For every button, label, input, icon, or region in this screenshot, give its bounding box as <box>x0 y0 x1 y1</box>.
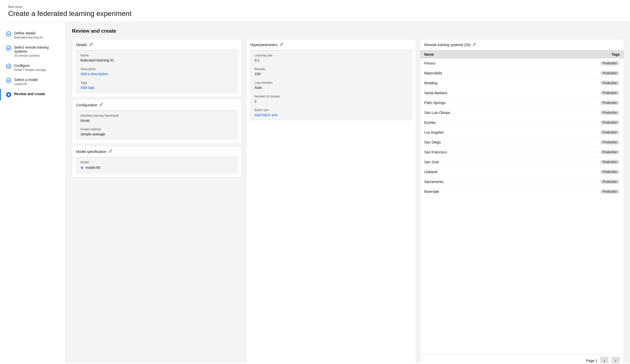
name-value: federated learning 01 <box>81 58 233 62</box>
system-tag: Production <box>600 110 620 115</box>
hyperparameters-section: Hyperparameters Learning rate 0.1 Rounds <box>246 39 416 363</box>
remote-systems-edit-icon[interactable] <box>473 42 477 47</box>
system-tag: Production <box>600 61 620 66</box>
sidebar-label-select-model: Select a model <box>14 78 38 82</box>
system-name: Fresno <box>424 61 600 65</box>
framework-value: Keras <box>81 118 233 123</box>
systems-table-header: Name Tags <box>420 50 624 58</box>
main-layout: Define details federated learning 01 Sel… <box>0 22 630 363</box>
table-row: Oakland Production <box>420 167 624 177</box>
name-label: Name <box>81 54 233 57</box>
system-name: Sacramento <box>424 180 600 184</box>
new-asset-label: New asset <box>8 5 622 9</box>
sidebar-sublabel-select-model: model.h5 <box>14 82 38 86</box>
system-tag: Production <box>600 71 620 75</box>
rounds-label: Rounds <box>254 67 407 71</box>
fusion-label: Fusion method <box>81 128 233 131</box>
step-completed-icon-3 <box>6 64 11 69</box>
system-name: Riverside <box>424 190 600 194</box>
system-tag: Production <box>600 91 620 95</box>
description-label: Description <box>81 67 233 71</box>
description-field: Description Add a description <box>81 67 233 76</box>
system-tag: Production <box>600 100 620 105</box>
hyperparameters-edit-icon[interactable] <box>280 42 284 47</box>
table-row: Los Angeles Production <box>420 128 624 137</box>
table-row: San Luis Obispo Production <box>420 108 624 118</box>
rounds-value: 100 <box>254 72 407 76</box>
table-row: Redding Production <box>420 78 624 88</box>
system-tag: Production <box>600 130 620 135</box>
col-name-header: Name <box>424 52 612 56</box>
tags-field: Tags Add tags <box>81 81 233 90</box>
table-row: San Diego Production <box>420 137 624 147</box>
batch-field: Batch size Add batch size <box>254 108 407 117</box>
table-row: San Jose Production <box>420 157 624 167</box>
system-name: Bakersfield <box>424 71 600 75</box>
sidebar-label-configure: Configure <box>14 64 46 68</box>
configuration-header: Configuration <box>72 99 242 111</box>
framework-label: Machine learning framework <box>81 114 233 117</box>
model-label: Model <box>81 160 233 164</box>
model-spec-section: Model specification Model ◆ mod <box>72 146 242 177</box>
sidebar-item-select-remote[interactable]: Select remote training systems 20 remote… <box>0 42 66 60</box>
main-content: Review and create Details <box>66 22 630 363</box>
remote-systems-section: Remote training systems (20) Name Tags F… <box>420 39 624 363</box>
left-column: Details Name federated learning 01 <box>72 39 242 363</box>
system-tag: Production <box>600 150 620 154</box>
table-row: Riverside Production <box>420 187 624 197</box>
sidebar-item-review-create[interactable]: Review and create <box>0 89 66 100</box>
system-name: San Luis Obispo <box>424 111 600 115</box>
pagination-next-button[interactable]: › <box>612 357 620 363</box>
system-tag: Production <box>600 160 620 164</box>
loss-field: Loss function Auto <box>254 81 407 90</box>
sidebar-item-configure[interactable]: Configure Keras • Simple average <box>0 60 66 75</box>
table-row: Sacramento Production <box>420 177 624 187</box>
add-description-link[interactable]: Add a description <box>81 72 108 76</box>
classes-label: Number of classes <box>254 95 407 98</box>
remote-systems-header: Remote training systems (20) <box>420 39 624 50</box>
table-row: Palm Springs Production <box>420 98 624 108</box>
add-batch-size-link[interactable]: Add batch size <box>254 113 278 117</box>
sidebar-item-define-details[interactable]: Define details federated learning 01 <box>0 28 66 42</box>
sidebar-item-select-model[interactable]: Select a model model.h5 <box>0 75 66 89</box>
system-tag: Production <box>600 140 620 145</box>
configuration-edit-icon[interactable] <box>99 103 103 107</box>
loss-value: Auto <box>254 86 407 90</box>
model-field: Model ◆ model.h5 <box>81 160 233 170</box>
page-title: Create a federated learning experiment <box>8 10 622 18</box>
step-completed-icon <box>6 31 11 36</box>
sidebar-sublabel-configure: Keras • Simple average <box>14 68 46 72</box>
system-tag: Production <box>600 170 620 174</box>
sidebar-label-review-create: Review and create <box>14 92 45 96</box>
table-row: Eureka Production <box>420 118 624 128</box>
configuration-section: Configuration Machine learning framework… <box>72 99 242 144</box>
sidebar-label-define-details: Define details <box>14 31 43 35</box>
sidebar-sublabel-define-details: federated learning 01 <box>14 36 43 39</box>
pagination-label: Page 1 <box>586 359 597 363</box>
diamond-icon: ◆ <box>81 165 84 170</box>
table-row: San Francisco Production <box>420 147 624 157</box>
system-name: San Diego <box>424 140 600 144</box>
loss-label: Loss function <box>254 81 407 85</box>
model-spec-header: Model specification <box>72 146 242 157</box>
model-spec-label: Model specification <box>76 150 106 154</box>
step-current-icon <box>6 92 11 97</box>
pagination-prev-button[interactable]: ‹ <box>600 357 608 363</box>
hyperparameters-label: Hyperparameters <box>250 43 278 47</box>
details-edit-icon[interactable] <box>89 42 93 47</box>
learning-rate-label: Learning rate <box>254 54 407 57</box>
model-spec-edit-icon[interactable] <box>108 149 112 154</box>
add-tags-link[interactable]: Add tags <box>81 86 94 90</box>
name-field: Name federated learning 01 <box>81 54 233 62</box>
sidebar-sublabel-select-remote: 20 remote systems <box>14 54 60 57</box>
system-name: San Jose <box>424 160 600 164</box>
hyperparameters-body: Learning rate 0.1 Rounds 100 Loss functi… <box>250 50 411 120</box>
table-row: Fresno Production <box>420 58 624 68</box>
learning-rate-value: 0.1 <box>254 58 407 62</box>
model-value-row: ◆ model.h5 <box>81 165 233 170</box>
classes-value: 2 <box>254 99 407 103</box>
model-value: model.h5 <box>86 166 100 170</box>
table-pagination: Page 1 ‹ › <box>420 354 624 363</box>
configuration-body: Machine learning framework Keras Fusion … <box>76 111 238 139</box>
batch-label: Batch size <box>254 108 407 112</box>
